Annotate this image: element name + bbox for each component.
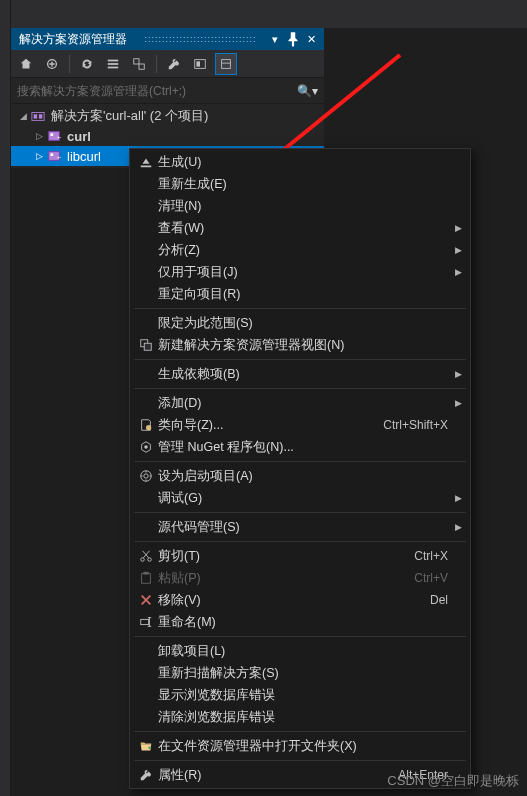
menu-item[interactable]: 管理 NuGet 程序包(N)...: [130, 436, 470, 458]
svg-rect-10: [34, 114, 38, 118]
submenu-arrow-icon: ▶: [448, 267, 462, 277]
svg-text:++: ++: [57, 134, 61, 140]
toolbar: [11, 50, 324, 78]
panel-title: 解决方案资源管理器: [19, 31, 141, 48]
panel-dropdown-icon[interactable]: ▾: [266, 30, 284, 48]
svg-point-24: [141, 558, 145, 562]
panel-header[interactable]: 解决方案资源管理器 ::::::::::::::::::::::::::::::…: [11, 28, 324, 50]
menu-label: 类向导(Z)...: [158, 417, 371, 434]
menu-item[interactable]: 移除(V)Del: [130, 589, 470, 611]
menu-item[interactable]: 源代码管理(S)▶: [130, 516, 470, 538]
panel-close-icon[interactable]: ✕: [302, 30, 320, 48]
menu-label: 在文件资源管理器中打开文件夹(X): [158, 738, 448, 755]
menu-item: 粘贴(P)Ctrl+V: [130, 567, 470, 589]
menu-label: 重命名(M): [158, 614, 448, 631]
submenu-arrow-icon: ▶: [448, 398, 462, 408]
menu-shortcut: Del: [430, 593, 448, 607]
svg-text:++: ++: [57, 154, 61, 160]
menu-item[interactable]: 重新生成(E): [130, 173, 470, 195]
menu-item[interactable]: 限定为此范围(S): [130, 312, 470, 334]
menu-item[interactable]: 重命名(M): [130, 611, 470, 633]
build-icon: [134, 155, 158, 169]
submenu-arrow-icon: ▶: [448, 522, 462, 532]
refresh-button[interactable]: [76, 53, 98, 75]
properties-button[interactable]: [163, 53, 185, 75]
svg-rect-11: [39, 114, 43, 118]
menu-item[interactable]: 调试(G)▶: [130, 487, 470, 509]
menu-item[interactable]: 清除浏览数据库错误: [130, 706, 470, 728]
view-mode-button[interactable]: [215, 53, 237, 75]
expand-icon[interactable]: ▷: [33, 131, 45, 141]
menu-label: 设为启动项目(A): [158, 468, 448, 485]
menu-separator: [134, 760, 466, 761]
menu-label: 调试(G): [158, 490, 448, 507]
submenu-arrow-icon: ▶: [448, 245, 462, 255]
menu-item[interactable]: 重新扫描解决方案(S): [130, 662, 470, 684]
menu-item[interactable]: 清理(N): [130, 195, 470, 217]
menu-shortcut: Ctrl+V: [414, 571, 448, 585]
tree-project-curl[interactable]: ▷ ++ curl: [11, 126, 324, 146]
expand-icon[interactable]: ▷: [33, 151, 45, 161]
nuget-icon: [134, 440, 158, 454]
menu-shortcut: Ctrl+X: [414, 549, 448, 563]
menu-item[interactable]: 类向导(Z)...Ctrl+Shift+X: [130, 414, 470, 436]
top-strip: [0, 0, 527, 28]
menu-label: 粘贴(P): [158, 570, 402, 587]
menu-label: 显示浏览数据库错误: [158, 687, 448, 704]
svg-rect-8: [222, 59, 231, 68]
expand-icon[interactable]: ◢: [17, 111, 29, 121]
svg-rect-1: [108, 59, 119, 61]
menu-label: 生成(U): [158, 154, 448, 171]
search-icon[interactable]: 🔍▾: [297, 84, 318, 98]
menu-item[interactable]: 重定向项目(R): [130, 283, 470, 305]
menu-label: 移除(V): [158, 592, 418, 609]
svg-point-23: [144, 474, 148, 478]
menu-separator: [134, 308, 466, 309]
menu-label: 添加(D): [158, 395, 448, 412]
watermark: CSDN @空白即是晚栎: [387, 772, 519, 790]
menu-item[interactable]: 设为启动项目(A): [130, 465, 470, 487]
panel-pin-icon[interactable]: [284, 30, 302, 48]
preview-button[interactable]: [189, 53, 211, 75]
menu-item[interactable]: 添加(D)▶: [130, 392, 470, 414]
menu-label: 仅用于项目(J): [158, 264, 448, 281]
menu-label: 查看(W): [158, 220, 448, 237]
collapse-button[interactable]: [102, 53, 124, 75]
menu-item[interactable]: 新建解决方案资源管理器视图(N): [130, 334, 470, 356]
cut-icon: [134, 549, 158, 563]
new-view-icon: [134, 338, 158, 352]
menu-item[interactable]: 查看(W)▶: [130, 217, 470, 239]
menu-item[interactable]: 剪切(T)Ctrl+X: [130, 545, 470, 567]
search-row: 🔍▾: [11, 78, 324, 104]
menu-label: 生成依赖项(B): [158, 366, 448, 383]
svg-rect-4: [134, 58, 139, 63]
svg-rect-16: [51, 153, 54, 156]
menu-item[interactable]: 分析(Z)▶: [130, 239, 470, 261]
menu-item[interactable]: 生成依赖项(B)▶: [130, 363, 470, 385]
menu-item[interactable]: 显示浏览数据库错误: [130, 684, 470, 706]
toolbar-separator: [69, 55, 70, 73]
svg-rect-26: [142, 574, 151, 584]
menu-item[interactable]: 在文件资源管理器中打开文件夹(X): [130, 735, 470, 757]
context-menu: 生成(U)重新生成(E)清理(N)查看(W)▶分析(Z)▶仅用于项目(J)▶重定…: [129, 148, 471, 789]
menu-item[interactable]: 卸载项目(L): [130, 640, 470, 662]
menu-separator: [134, 359, 466, 360]
search-input[interactable]: [17, 84, 293, 98]
menu-label: 管理 NuGet 程序包(N)...: [158, 439, 448, 456]
home-button[interactable]: [15, 53, 37, 75]
dropdown-button[interactable]: [41, 53, 63, 75]
svg-rect-7: [197, 61, 201, 66]
menu-label: 卸载项目(L): [158, 643, 448, 660]
open-folder-icon: [134, 739, 158, 753]
show-all-button[interactable]: [128, 53, 150, 75]
menu-item[interactable]: 生成(U): [130, 151, 470, 173]
menu-item[interactable]: 仅用于项目(J)▶: [130, 261, 470, 283]
menu-separator: [134, 541, 466, 542]
svg-rect-28: [141, 619, 149, 624]
menu-separator: [134, 512, 466, 513]
menu-label: 重新生成(E): [158, 176, 448, 193]
submenu-arrow-icon: ▶: [448, 223, 462, 233]
svg-rect-5: [139, 64, 144, 69]
tree-solution-row[interactable]: ◢ 解决方案'curl-all' (2 个项目): [11, 106, 324, 126]
project-icon: ++: [45, 129, 63, 143]
